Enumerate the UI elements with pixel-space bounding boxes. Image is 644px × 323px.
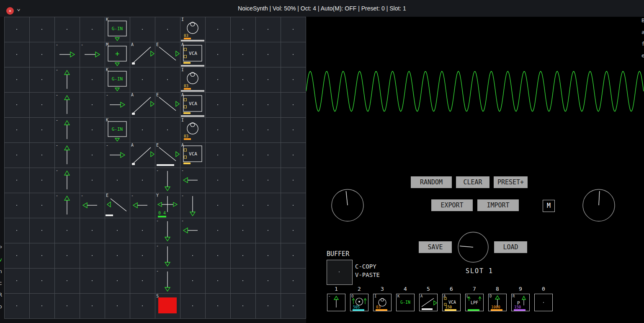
grid-cell[interactable]: - (80, 42, 105, 67)
grid-cell[interactable] (230, 67, 255, 92)
grid-cell[interactable] (29, 117, 54, 142)
palette-slot[interactable]: - (327, 294, 345, 311)
slot-knob[interactable] (457, 231, 489, 265)
grid-cell[interactable] (230, 17, 255, 42)
grid-cell[interactable] (230, 117, 255, 142)
grid-cell[interactable]: - (54, 117, 80, 142)
grid-cell[interactable]: 03I (180, 67, 205, 92)
palette-item-5[interactable]: 5A (419, 286, 438, 311)
grid-cell[interactable] (230, 218, 255, 243)
grid-cell[interactable] (255, 142, 281, 168)
grid-cell[interactable] (105, 293, 130, 318)
grid-cell[interactable] (205, 268, 230, 293)
grid-cell[interactable] (54, 293, 80, 318)
grid-cell[interactable] (155, 67, 180, 92)
grid-cell[interactable]: - (155, 268, 180, 293)
grid-cell[interactable]: - (54, 92, 80, 117)
grid-cell[interactable] (155, 17, 180, 42)
grid-cell[interactable] (80, 67, 105, 92)
grid-cell[interactable] (130, 293, 155, 318)
grid-cell[interactable] (105, 268, 130, 293)
preset-plus-button[interactable]: PRESET+ (494, 176, 528, 188)
grid-cell[interactable] (29, 218, 54, 243)
grid-cell[interactable] (281, 243, 306, 268)
grid-cell[interactable]: - (180, 218, 205, 243)
grid-cell[interactable] (105, 243, 130, 268)
grid-cell[interactable] (54, 243, 80, 268)
grid-cell[interactable]: - (105, 142, 130, 168)
grid-cell[interactable] (80, 142, 105, 168)
grid-cell[interactable] (4, 193, 29, 218)
grid-cell[interactable] (230, 293, 255, 318)
grid-cell[interactable] (29, 17, 54, 42)
grid-cell[interactable] (230, 193, 255, 218)
grid-cell[interactable] (80, 117, 105, 142)
grid-cell[interactable]: E (105, 193, 130, 218)
grid-cell[interactable]: - (105, 92, 130, 117)
grid-cell[interactable]: S (155, 293, 180, 318)
grid-cell[interactable] (205, 243, 230, 268)
palette-slot[interactable]: VCA150A (442, 294, 461, 311)
grid-cell[interactable] (4, 268, 29, 293)
grid-cell[interactable] (281, 42, 306, 67)
grid-cell[interactable] (4, 92, 29, 117)
grid-cell[interactable]: E (155, 92, 180, 117)
grid-cell[interactable]: 0 4Y (155, 193, 180, 218)
grid-cell[interactable] (255, 168, 281, 193)
palette-slot[interactable]: 505O (350, 294, 368, 311)
palette-item-9[interactable]: 9P150R (511, 286, 530, 311)
palette-slot[interactable]: 03I (373, 294, 392, 311)
grid-cell[interactable] (230, 168, 255, 193)
grid-cell[interactable] (29, 293, 54, 318)
grid-cell[interactable] (80, 268, 105, 293)
grid-cell[interactable]: 03I (180, 117, 205, 142)
load-button[interactable]: LOAD (494, 241, 527, 253)
grid-cell[interactable] (130, 218, 155, 243)
grid-cell[interactable] (255, 193, 281, 218)
grid-cell[interactable] (4, 42, 29, 67)
palette-slot[interactable]: A (419, 294, 438, 311)
clear-button[interactable]: CLEAR (456, 176, 489, 188)
grid-cell[interactable] (255, 218, 281, 243)
grid-cell[interactable] (4, 168, 29, 193)
grid-cell[interactable]: - (54, 67, 80, 92)
grid-cell[interactable]: - (155, 168, 180, 193)
export-button[interactable]: EXPORT (431, 199, 473, 211)
grid-cell[interactable] (80, 218, 105, 243)
grid-cell[interactable] (205, 42, 230, 67)
palette-item-6[interactable]: 6VCA150A (442, 286, 461, 311)
grid-cell[interactable] (255, 17, 281, 42)
grid-cell[interactable]: +M (105, 42, 130, 67)
grid-cell[interactable] (29, 243, 54, 268)
grid-cell[interactable] (54, 268, 80, 293)
grid-cell[interactable] (255, 42, 281, 67)
grid-cell[interactable] (205, 168, 230, 193)
grid-cell[interactable]: - (80, 193, 105, 218)
grid-cell[interactable]: VCAA (180, 42, 205, 67)
grid-cell[interactable] (80, 17, 105, 42)
grid-cell[interactable] (4, 218, 29, 243)
grid-cell[interactable]: G-INK (105, 17, 130, 42)
palette-slot[interactable]: 1000D (488, 294, 507, 311)
grid-cell[interactable]: A (130, 42, 155, 67)
grid-cell[interactable]: G-INK (105, 67, 130, 92)
grid-cell[interactable] (205, 67, 230, 92)
grid-cell[interactable] (80, 243, 105, 268)
grid-cell[interactable] (230, 243, 255, 268)
knob-left[interactable] (331, 189, 364, 224)
grid-cell[interactable] (281, 293, 306, 318)
grid-cell[interactable] (255, 67, 281, 92)
grid-cell[interactable] (281, 168, 306, 193)
grid-cell[interactable]: - (54, 142, 80, 168)
import-button[interactable]: IMPORT (477, 199, 519, 211)
grid-cell[interactable]: - (130, 193, 155, 218)
grid-cell[interactable] (54, 17, 80, 42)
grid-cell[interactable] (281, 117, 306, 142)
grid-cell[interactable] (130, 268, 155, 293)
grid-cell[interactable]: A (130, 142, 155, 168)
grid-cell[interactable]: VCAA (180, 142, 205, 168)
grid-cell[interactable] (281, 142, 306, 168)
grid-cell[interactable] (80, 92, 105, 117)
palette-item-3[interactable]: 303I (373, 286, 392, 311)
grid-cell[interactable]: 03I (180, 17, 205, 42)
